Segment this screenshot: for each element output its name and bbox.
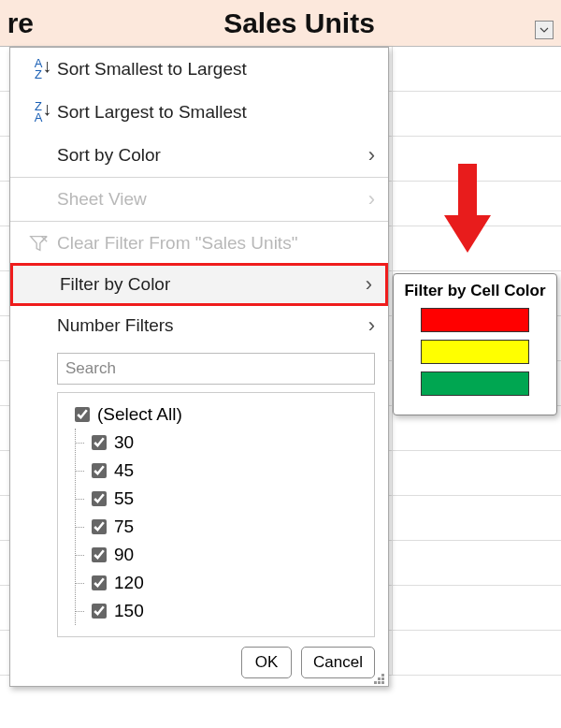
clear-filter-label: Clear Filter From "Sales Units" (57, 233, 375, 254)
chevron-right-icon: › (366, 272, 372, 297)
value-checkbox[interactable] (92, 547, 107, 562)
value-label: 90 (114, 545, 134, 565)
svg-rect-2 (458, 164, 477, 215)
sort-desc-label: Sort Largest to Smallest (57, 102, 375, 123)
sheet-view: Sheet View › (10, 178, 388, 221)
sort-asc-label: Sort Smallest to Largest (57, 59, 375, 80)
value-checkbox[interactable] (92, 491, 107, 506)
search-input[interactable]: Search (57, 353, 375, 385)
sheet-view-label: Sheet View (57, 189, 368, 210)
number-filters-label: Number Filters (57, 315, 368, 336)
filter-by-color-label: Filter by Color (60, 274, 366, 295)
value-checkbox[interactable] (92, 435, 107, 450)
autofilter-dropdown: AZ↓ Sort Smallest to Largest ZA↓ Sort La… (9, 47, 389, 687)
funnel-clear-icon (20, 233, 57, 254)
column-title: Sales Units (223, 7, 375, 38)
value-label: 150 (114, 601, 144, 621)
search-placeholder: Search (65, 359, 116, 378)
value-item[interactable]: 150 (65, 597, 367, 625)
chevron-right-icon: › (368, 187, 375, 211)
sort-descending[interactable]: ZA↓ Sort Largest to Smallest (10, 91, 388, 134)
flyout-title: Filter by Cell Color (403, 282, 547, 300)
value-label: 55 (114, 488, 134, 509)
value-checkbox[interactable] (92, 519, 107, 534)
filter-by-color[interactable]: Filter by Color › (10, 263, 388, 306)
filter-dropdown-button[interactable] (535, 21, 554, 39)
resize-grip-icon[interactable] (373, 673, 384, 684)
clear-filter: Clear Filter From "Sales Units" (10, 222, 388, 265)
value-item[interactable]: 90 (65, 541, 367, 569)
sort-by-color-label: Sort by Color (57, 145, 368, 166)
value-label: 30 (114, 432, 134, 453)
filter-by-cell-color-flyout: Filter by Cell Color (393, 273, 557, 415)
adjacent-header-fragment: re (0, 7, 37, 39)
callout-arrow-icon (444, 164, 491, 261)
value-item[interactable]: 30 (65, 429, 367, 457)
chevron-right-icon: › (368, 313, 375, 338)
value-item[interactable]: 75 (65, 513, 367, 541)
sort-asc-icon: AZ↓ (20, 58, 57, 80)
sort-ascending[interactable]: AZ↓ Sort Smallest to Largest (10, 48, 388, 91)
sort-by-color[interactable]: Sort by Color › (10, 134, 388, 177)
color-swatch-red[interactable] (421, 308, 529, 332)
value-checkbox[interactable] (92, 604, 107, 619)
value-checklist: (Select All) 3045557590120150 (57, 392, 375, 637)
dialog-buttons: OK Cancel (10, 643, 388, 680)
sort-desc-icon: ZA↓ (20, 101, 57, 124)
color-swatch-yellow[interactable] (421, 340, 529, 364)
value-item[interactable]: 45 (65, 457, 367, 485)
column-header-row: re Sales Units (0, 0, 561, 47)
cancel-button[interactable]: Cancel (301, 647, 375, 678)
value-item[interactable]: 55 (65, 485, 367, 513)
number-filters[interactable]: Number Filters › (10, 304, 388, 347)
value-label: 75 (114, 517, 134, 537)
ok-button[interactable]: OK (241, 647, 292, 678)
color-swatch-green[interactable] (421, 371, 529, 396)
svg-marker-3 (444, 215, 491, 253)
value-label: 45 (114, 460, 134, 481)
value-checkbox[interactable] (92, 575, 107, 590)
value-label: 120 (114, 573, 144, 593)
chevron-down-icon (539, 25, 549, 35)
value-item[interactable]: 120 (65, 569, 367, 597)
value-checkbox[interactable] (92, 463, 107, 478)
sales-units-header: Sales Units (37, 7, 561, 39)
chevron-right-icon: › (368, 143, 375, 167)
select-all-item[interactable]: (Select All) (65, 400, 367, 429)
select-all-label: (Select All) (97, 404, 182, 425)
select-all-checkbox[interactable] (75, 407, 90, 422)
